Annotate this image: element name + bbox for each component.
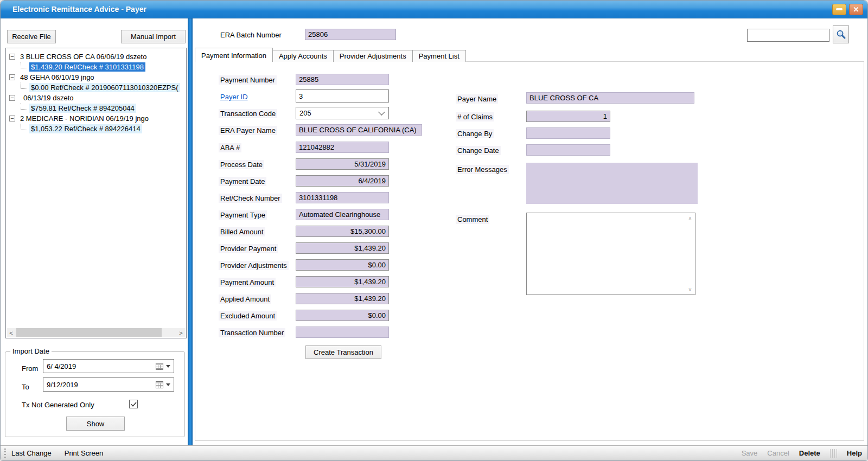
provider-payment-label: Provider Payment <box>219 244 278 253</box>
billed-amount-field: $15,300.00 <box>296 226 389 237</box>
payer-name-field: BLUE CROSS OF CA <box>526 92 694 104</box>
create-transaction-button[interactable]: Create Transaction <box>305 345 381 359</box>
billed-amount-label: Billed Amount <box>219 227 265 236</box>
aba-number-label: ABA # <box>219 143 241 152</box>
error-messages-box <box>526 163 698 204</box>
tab-provider-adjustments[interactable]: Provider Adjustments <box>333 50 413 62</box>
payment-number-label: Payment Number <box>219 75 277 85</box>
scroll-down-icon[interactable]: ∨ <box>688 286 692 292</box>
payer-name-label: Payer Name <box>456 94 498 104</box>
tree-item-label: $1,053.22 Ref/Check # 894226414 <box>29 124 142 133</box>
status-bar: Last Change Print Screen Save Cancel Del… <box>1 445 867 460</box>
scroll-left-icon[interactable]: < <box>7 328 16 337</box>
tx-not-generated-checkbox[interactable] <box>129 400 138 408</box>
tree-connector <box>21 103 27 110</box>
excluded-amount-label: Excluded Amount <box>219 311 277 321</box>
tab-apply-accounts[interactable]: Apply Accounts <box>272 50 334 62</box>
collapse-toggle-icon[interactable]: − <box>9 95 15 101</box>
change-by-label: Change By <box>456 129 494 138</box>
cancel-button[interactable]: Cancel <box>767 449 789 457</box>
comment-vertical-scrollbar[interactable]: ∧ ∨ <box>686 214 694 294</box>
save-button[interactable]: Save <box>742 449 758 457</box>
tree-item-label: $759.81 Ref/Check # 894205044 <box>29 104 136 113</box>
tree-item[interactable]: − 48 GEHA 06/10/19 jngo <box>6 72 186 82</box>
payer-id-link[interactable]: Payer ID <box>219 92 250 101</box>
tree-item-payment[interactable]: $759.81 Ref/Check # 894205044 <box>6 103 186 113</box>
tree-horizontal-scrollbar[interactable]: < > <box>7 328 186 337</box>
statusbar-grip-icon <box>4 449 6 458</box>
comment-textarea[interactable]: ∧ ∨ <box>526 213 695 295</box>
provider-adjustments-label: Provider Adjustments <box>219 261 289 270</box>
to-calendar-button[interactable] <box>156 381 170 388</box>
payment-type-label: Payment Type <box>219 210 267 220</box>
close-button[interactable]: ✕ <box>849 4 863 15</box>
excluded-amount-field: $0.00 <box>296 310 389 321</box>
last-change-button[interactable]: Last Change <box>11 449 52 457</box>
collapse-toggle-icon[interactable]: − <box>9 54 15 60</box>
payment-number-field: 25885 <box>296 74 389 85</box>
collapse-toggle-icon[interactable]: − <box>9 74 15 80</box>
to-date-input[interactable]: 9/12/2019 <box>43 377 174 392</box>
tree-item[interactable]: − 3 BLUE CROSS OF CA 06/06/19 dszeto <box>6 52 186 62</box>
minimize-button[interactable] <box>832 4 846 15</box>
scroll-up-icon[interactable]: ∧ <box>688 215 692 221</box>
tx-not-generated-label: Tx Not Generated Only <box>20 400 96 409</box>
print-screen-button[interactable]: Print Screen <box>65 449 104 457</box>
tab-payment-list[interactable]: Payment List <box>412 50 466 62</box>
era-payer-name-label: ERA Payer Name <box>219 126 277 135</box>
from-calendar-button[interactable] <box>156 363 170 370</box>
tree-item[interactable]: − 06/13/19 dszeto <box>6 93 186 103</box>
delete-button[interactable]: Delete <box>799 449 820 457</box>
from-label: From <box>20 364 40 373</box>
tree-item-payment[interactable]: $1,053.22 Ref/Check # 894226414 <box>6 124 186 134</box>
transaction-number-label: Transaction Number <box>219 328 285 337</box>
payer-id-input[interactable] <box>296 89 389 103</box>
era-payer-window: Electronic Remittance Advice - Payer ✕ R… <box>0 0 868 461</box>
import-date-group-label: Import Date <box>10 347 52 355</box>
error-messages-label: Error Messages <box>456 165 509 174</box>
minimize-icon <box>836 8 843 10</box>
transaction-code-value: 205 <box>299 109 311 117</box>
manual-import-button[interactable]: Manual Import <box>121 30 186 43</box>
title-bar: Electronic Remittance Advice - Payer ✕ <box>1 1 867 18</box>
collapse-toggle-icon[interactable]: − <box>9 116 15 121</box>
transaction-code-select[interactable]: 205 <box>296 107 389 119</box>
import-date-group: Import Date From 6/ 4/2019 To 9/12/2019 <box>5 351 185 437</box>
tree-item-payment[interactable]: $0.00 Ref/Check # 20190607113010320EZPS( <box>6 82 186 93</box>
tree-item[interactable]: − 2 MEDICARE - NORIDIAN 06/19/19 jngo <box>6 113 186 124</box>
provider-adjustments-field: $0.00 <box>296 259 389 271</box>
show-button[interactable]: Show <box>66 417 125 431</box>
transaction-number-field <box>296 326 389 338</box>
aba-number-field: 121042882 <box>296 142 389 153</box>
window-body: Receive File Manual Import − 3 BLUE CROS… <box>1 18 867 445</box>
tab-payment-information[interactable]: Payment Information <box>195 48 273 62</box>
tree-item-label: 06/13/19 dszeto <box>22 93 75 103</box>
dropdown-arrow-icon <box>166 365 170 368</box>
tree-item-label: 48 GEHA 06/10/19 jngo <box>18 73 96 82</box>
transaction-code-label: Transaction Code <box>219 109 277 118</box>
scrollbar-thumb[interactable] <box>16 328 162 337</box>
scroll-right-icon[interactable]: > <box>176 328 186 337</box>
to-label: To <box>20 382 31 392</box>
calendar-icon <box>156 381 163 388</box>
calendar-icon <box>156 363 163 370</box>
payment-date-label: Payment Date <box>219 177 266 186</box>
checkmark-icon <box>131 402 137 407</box>
left-panel: Receive File Manual Import − 3 BLUE CROS… <box>1 18 188 445</box>
from-date-input[interactable]: 6/ 4/2019 <box>43 359 174 373</box>
payment-amount-field: $1,439.20 <box>296 276 389 287</box>
tree-connector <box>21 62 27 68</box>
panel-splitter[interactable] <box>188 18 193 445</box>
statusbar-actions: Save Cancel Delete Help <box>742 449 862 458</box>
tree-item-label: $1,439.20 Ref/Check # 3101331198 <box>29 62 145 72</box>
close-icon: ✕ <box>853 6 859 13</box>
search-button[interactable] <box>833 25 849 43</box>
receive-file-button[interactable]: Receive File <box>7 30 56 43</box>
tree-connector <box>21 124 27 130</box>
window-title: Electronic Remittance Advice - Payer <box>12 5 146 14</box>
process-date-label: Process Date <box>219 160 264 169</box>
era-batch-tree: − 3 BLUE CROSS OF CA 06/06/19 dszeto $1,… <box>5 48 187 338</box>
search-input[interactable] <box>747 29 829 42</box>
tree-item-payment[interactable]: $1,439.20 Ref/Check # 3101331198 <box>6 62 186 72</box>
help-button[interactable]: Help <box>847 449 862 457</box>
